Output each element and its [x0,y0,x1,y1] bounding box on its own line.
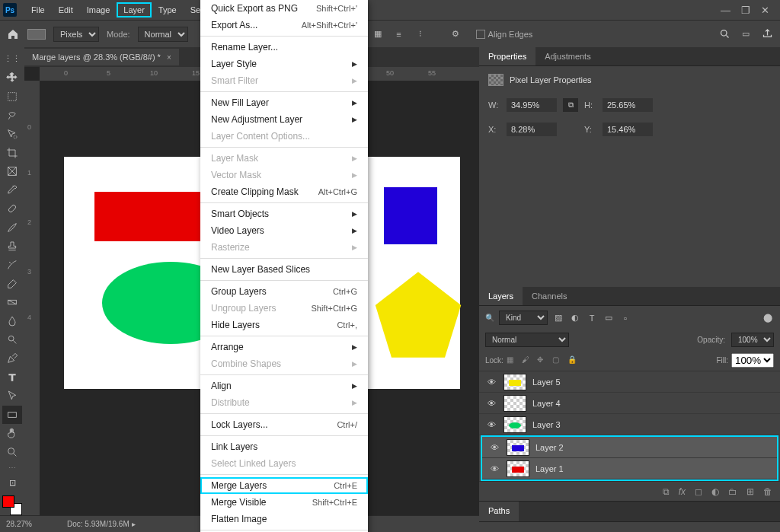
lasso-tool[interactable] [2,107,22,125]
share-icon[interactable] [760,27,774,41]
lock-transparency-icon[interactable]: ▦ [507,355,519,366]
layer-row[interactable]: 👁Layer 2 [482,437,777,458]
fx-icon[interactable]: fx [679,486,686,497]
filter-pixel-icon[interactable]: ▨ [552,313,564,323]
crop-tool[interactable] [2,144,22,162]
filter-shape-icon[interactable]: ▭ [603,313,615,323]
visibility-icon[interactable]: 👁 [488,464,500,473]
menu-item-new-adjustment-layer[interactable]: New Adjustment Layer▶ [200,111,368,128]
color-swatches[interactable] [2,495,22,515]
tool-handle[interactable]: ⋮⋮ [2,50,22,68]
opacity-field[interactable]: 100% [731,333,774,347]
search-icon[interactable] [718,27,731,41]
toolbar-more[interactable]: ⋯ [8,464,16,472]
menu-item-video-layers[interactable]: Video Layers▶ [200,222,368,239]
layer-thumbnail[interactable] [503,395,526,412]
menu-item-lock-layers[interactable]: Lock Layers...Ctrl+/ [200,416,368,433]
visibility-icon[interactable]: 👁 [485,420,497,429]
blend-mode-select[interactable]: Normal [485,333,569,347]
menu-type[interactable]: Type [152,2,184,18]
menu-item-new-layer-based-slices[interactable]: New Layer Based Slices [200,261,368,278]
spacing-icon[interactable]: ⁝ [414,27,427,41]
menu-edit[interactable]: Edit [52,2,80,18]
layer-row[interactable]: 👁Layer 3 [479,414,780,435]
align-icon[interactable]: ▦ [371,27,385,41]
y-field[interactable]: 15.46% [603,123,653,136]
edit-toolbar[interactable]: ⊡ [2,474,22,492]
menu-item-export-as[interactable]: Export As...Alt+Shift+Ctrl+' [200,17,368,33]
pen-tool[interactable] [2,349,22,368]
layer-thumbnail[interactable] [503,374,526,390]
close-button[interactable]: ✕ [761,5,769,16]
lock-pixels-icon[interactable]: 🖌 [522,355,534,366]
lock-artboard-icon[interactable]: ▢ [552,355,564,366]
move-tool[interactable] [2,69,22,88]
layer-thumbnail[interactable] [507,460,529,477]
visibility-icon[interactable]: 👁 [488,443,500,452]
align-edges-checkbox[interactable] [476,30,485,39]
menu-item-smart-objects[interactable]: Smart Objects▶ [200,205,368,222]
new-layer-icon[interactable]: ⊞ [746,486,754,497]
eraser-tool[interactable] [2,275,22,293]
menu-item-create-clipping-mask[interactable]: Create Clipping MaskAlt+Ctrl+G [200,183,368,200]
layer-thumbnail[interactable] [503,416,526,433]
menu-item-flatten-image[interactable]: Flatten Image [200,511,368,527]
units-select[interactable]: Pixels [53,27,99,42]
menu-item-rename-layer[interactable]: Rename Layer... [200,39,368,56]
chevron-right-icon[interactable]: ▸ [132,520,136,528]
minimize-button[interactable]: — [721,5,730,16]
filter-toggle-icon[interactable]: ⬤ [762,313,774,323]
menu-item-hide-layers[interactable]: Hide LayersCtrl+, [200,317,368,333]
menu-item-link-layers[interactable]: Link Layers [200,438,368,455]
distribute-icon[interactable]: ≡ [392,27,406,41]
menu-item-group-layers[interactable]: Group LayersCtrl+G [200,283,368,300]
mask-icon[interactable]: ◻ [695,486,702,497]
filter-kind-select[interactable]: Kind [499,311,548,325]
document-tab[interactable]: Marge layers @ 28.3% (RGB/8#) * × [24,49,179,65]
filter-type-icon[interactable]: T [586,313,598,323]
tab-paths[interactable]: Paths [479,502,519,521]
menu-item-arrange[interactable]: Arrange▶ [200,339,368,355]
link-wh-icon[interactable]: ⧉ [563,98,578,112]
fill-field[interactable]: 100% [731,353,774,368]
visibility-icon[interactable]: 👁 [485,377,497,387]
hand-tool[interactable] [2,425,22,443]
menu-layer[interactable]: Layer [117,2,152,18]
tab-properties[interactable]: Properties [479,47,535,65]
lock-position-icon[interactable]: ✥ [537,355,549,366]
layer-thumbnail[interactable] [507,439,529,456]
layer-row[interactable]: 👁Layer 1 [482,458,777,479]
fill-swatch[interactable] [27,29,46,40]
menu-file[interactable]: File [24,2,52,18]
tab-layers[interactable]: Layers [479,287,523,305]
menu-item-new-fill-layer[interactable]: New Fill Layer▶ [200,94,368,111]
stamp-tool[interactable] [2,237,22,256]
heal-tool[interactable] [2,200,22,218]
foreground-color[interactable] [2,495,14,508]
menu-item-merge-visible[interactable]: Merge VisibleShift+Ctrl+E [200,494,368,511]
adjustment-icon[interactable]: ◐ [711,486,719,497]
marquee-tool[interactable] [2,88,22,106]
zoom-tool[interactable] [2,443,22,461]
dodge-tool[interactable] [2,331,22,349]
menu-item-align[interactable]: Align▶ [200,377,368,394]
width-field[interactable]: 34.95% [507,98,557,112]
eyedropper-tool[interactable] [2,181,22,199]
blur-tool[interactable] [2,312,22,330]
home-icon[interactable] [6,27,20,41]
frame-tool[interactable] [2,162,22,180]
maximize-button[interactable]: ❐ [741,5,750,16]
tab-channels[interactable]: Channels [523,287,576,305]
link-layers-icon[interactable]: ⧉ [663,486,670,497]
history-brush-tool[interactable] [2,256,22,274]
gradient-tool[interactable] [2,294,22,312]
filter-adjust-icon[interactable]: ◐ [569,313,581,323]
menu-item-merge-layers[interactable]: Merge LayersCtrl+E [200,477,368,494]
menu-image[interactable]: Image [80,2,117,18]
menu-item-quick-export-as-png[interactable]: Quick Export as PNGShift+Ctrl+' [200,0,368,17]
mode-select[interactable]: Normal [138,27,188,42]
type-tool[interactable] [2,368,22,387]
rectangle-tool[interactable] [2,406,22,424]
gear-icon[interactable]: ⚙ [449,27,462,41]
lock-all-icon[interactable]: 🔒 [567,355,580,366]
